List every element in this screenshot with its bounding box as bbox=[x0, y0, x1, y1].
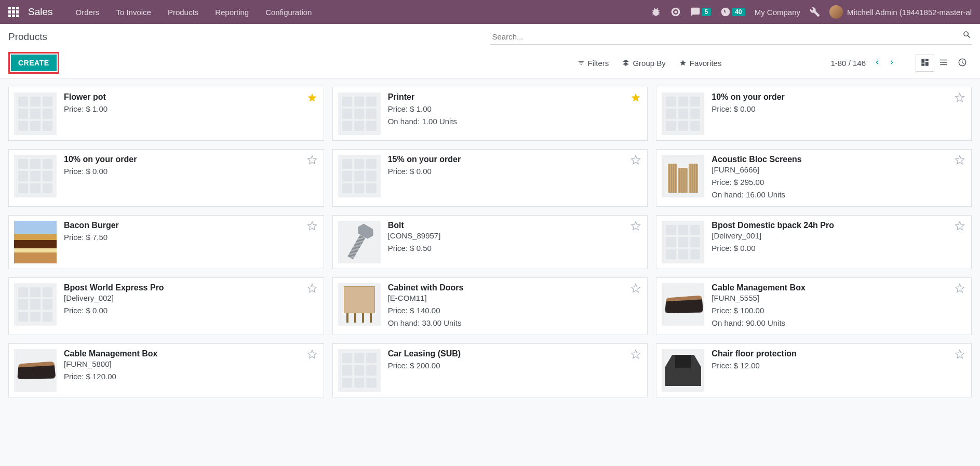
chevron-left-icon bbox=[873, 58, 881, 66]
product-price: Price: $ 120.00 bbox=[64, 370, 317, 383]
product-card[interactable]: Chair floor protectionPrice: $ 12.00 bbox=[656, 343, 972, 397]
favorite-toggle[interactable] bbox=[307, 283, 317, 295]
search-button[interactable] bbox=[962, 30, 972, 41]
product-name: Cable Management Box bbox=[64, 349, 317, 358]
product-price: Price: $ 295.00 bbox=[711, 176, 965, 189]
favorite-toggle[interactable] bbox=[955, 349, 965, 361]
create-button[interactable]: CREATE bbox=[11, 55, 57, 71]
product-name: Cabinet with Doors bbox=[388, 283, 641, 292]
product-image bbox=[662, 349, 704, 392]
product-code: [FURN_6666] bbox=[711, 165, 965, 174]
product-name: Cable Management Box bbox=[711, 283, 965, 292]
product-image bbox=[14, 221, 57, 263]
favorites-label: Favorites bbox=[690, 59, 722, 68]
pager-text[interactable]: 1-80 / 146 bbox=[830, 59, 866, 68]
product-card[interactable]: Cable Management Box[FURN_5800]Price: $ … bbox=[8, 343, 324, 397]
favorite-toggle[interactable] bbox=[955, 92, 965, 104]
star-icon bbox=[307, 92, 317, 103]
activities-badge: 40 bbox=[732, 8, 745, 16]
product-card[interactable]: Flower potPrice: $ 1.00 bbox=[8, 87, 324, 141]
kanban-icon bbox=[920, 58, 930, 67]
favorite-toggle[interactable] bbox=[630, 155, 641, 167]
control-panel: Products CREATE Filters Group By Favorit… bbox=[0, 24, 980, 78]
product-name: Bpost World Express Pro bbox=[64, 283, 317, 292]
pager-prev[interactable] bbox=[871, 56, 883, 70]
favorite-toggle[interactable] bbox=[307, 92, 317, 104]
product-image bbox=[338, 283, 381, 326]
favorite-toggle[interactable] bbox=[307, 349, 317, 361]
apps-icon[interactable] bbox=[8, 7, 19, 17]
product-card[interactable]: Bacon BurgerPrice: $ 7.50 bbox=[8, 215, 324, 269]
product-card[interactable]: Car Leasing (SUB)Price: $ 200.00 bbox=[332, 343, 648, 397]
product-name: 10% on your order bbox=[64, 155, 317, 164]
star-icon bbox=[630, 92, 641, 103]
search-input[interactable] bbox=[490, 29, 972, 45]
star-icon bbox=[307, 283, 317, 294]
filters-menu[interactable]: Filters bbox=[578, 59, 609, 68]
product-card[interactable]: 10% on your orderPrice: $ 0.00 bbox=[656, 87, 972, 141]
product-name: Flower pot bbox=[64, 92, 317, 102]
product-card[interactable]: Bolt[CONS_89957]Price: $ 0.50 bbox=[332, 215, 648, 269]
product-name: Bacon Burger bbox=[64, 221, 317, 230]
favorite-toggle[interactable] bbox=[307, 221, 317, 233]
favorite-toggle[interactable] bbox=[307, 155, 317, 167]
product-name: Chair floor protection bbox=[711, 349, 965, 358]
favorite-toggle[interactable] bbox=[630, 349, 641, 361]
product-card[interactable]: 10% on your orderPrice: $ 0.00 bbox=[8, 149, 324, 207]
product-card[interactable]: PrinterPrice: $ 1.00On hand: 1.00 Units bbox=[332, 87, 648, 141]
star-icon bbox=[630, 349, 641, 360]
filters-label: Filters bbox=[588, 59, 609, 68]
product-card[interactable]: Cabinet with Doors[E-COM11]Price: $ 140.… bbox=[332, 277, 648, 335]
user-menu[interactable]: Mitchell Admin (19441852-master-al bbox=[829, 5, 972, 19]
list-view-button[interactable] bbox=[934, 55, 953, 72]
nav-link-configuration[interactable]: Configuration bbox=[257, 8, 320, 17]
product-price: Price: $ 0.00 bbox=[711, 103, 965, 115]
product-image bbox=[14, 349, 57, 392]
support-icon[interactable] bbox=[670, 7, 681, 17]
product-code: [FURN_5555] bbox=[711, 294, 965, 302]
favorites-menu[interactable]: Favorites bbox=[679, 59, 722, 68]
top-navbar: Sales OrdersTo InvoiceProductsReportingC… bbox=[0, 0, 980, 24]
activities-button[interactable]: 40 bbox=[720, 7, 745, 17]
product-price: Price: $ 100.00 bbox=[711, 304, 965, 317]
product-name: Printer bbox=[388, 92, 641, 102]
bug-icon[interactable] bbox=[651, 7, 661, 17]
app-brand[interactable]: Sales bbox=[28, 6, 53, 18]
groupby-label: Group By bbox=[633, 59, 665, 68]
product-onhand: On hand: 33.00 Units bbox=[388, 317, 641, 329]
product-card[interactable]: 15% on your orderPrice: $ 0.00 bbox=[332, 149, 648, 207]
product-card[interactable]: Cable Management Box[FURN_5555]Price: $ … bbox=[656, 277, 972, 335]
product-card[interactable]: Acoustic Bloc Screens[FURN_6666]Price: $… bbox=[656, 149, 972, 207]
filter-icon bbox=[578, 59, 585, 66]
product-price: Price: $ 0.50 bbox=[388, 242, 641, 255]
product-card[interactable]: Bpost World Express Pro[Delivery_002]Pri… bbox=[8, 277, 324, 335]
product-name: Car Leasing (SUB) bbox=[388, 349, 641, 358]
messages-badge: 5 bbox=[702, 8, 711, 16]
nav-link-orders[interactable]: Orders bbox=[68, 8, 108, 17]
favorite-toggle[interactable] bbox=[955, 221, 965, 233]
favorite-toggle[interactable] bbox=[955, 283, 965, 295]
favorite-toggle[interactable] bbox=[630, 92, 641, 104]
nav-link-products[interactable]: Products bbox=[159, 8, 207, 17]
star-icon bbox=[630, 283, 641, 294]
favorite-toggle[interactable] bbox=[630, 221, 641, 233]
star-icon bbox=[307, 155, 317, 165]
groupby-menu[interactable]: Group By bbox=[622, 59, 665, 68]
product-name: Bpost Domestic bpack 24h Pro bbox=[711, 221, 965, 230]
product-name: Acoustic Bloc Screens bbox=[711, 155, 965, 164]
tools-icon[interactable] bbox=[810, 7, 820, 17]
pager-next[interactable] bbox=[885, 56, 898, 70]
product-price: Price: $ 200.00 bbox=[388, 360, 641, 372]
favorite-toggle[interactable] bbox=[955, 155, 965, 167]
messages-button[interactable]: 5 bbox=[690, 7, 711, 17]
product-card[interactable]: Bpost Domestic bpack 24h Pro[Delivery_00… bbox=[656, 215, 972, 269]
product-image bbox=[338, 92, 381, 135]
activity-view-button[interactable] bbox=[953, 55, 972, 72]
star-icon bbox=[307, 221, 317, 231]
favorite-toggle[interactable] bbox=[630, 283, 641, 295]
nav-link-to-invoice[interactable]: To Invoice bbox=[108, 8, 159, 17]
company-switcher[interactable]: My Company bbox=[755, 8, 800, 17]
nav-link-reporting[interactable]: Reporting bbox=[207, 8, 257, 17]
product-price: Price: $ 0.00 bbox=[64, 304, 317, 317]
kanban-view-button[interactable] bbox=[916, 55, 934, 72]
